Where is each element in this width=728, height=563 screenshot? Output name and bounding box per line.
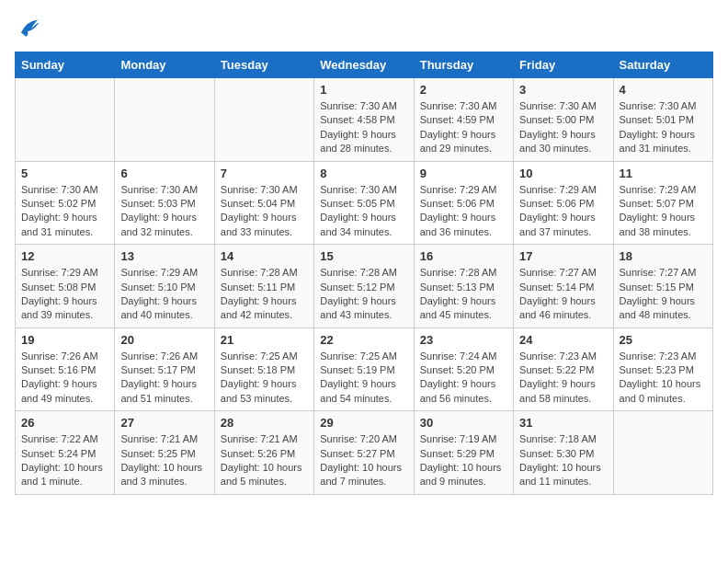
day-info: Sunrise: 7:30 AM Sunset: 5:01 PM Dayligh… bbox=[620, 99, 707, 156]
calendar-cell: 22Sunrise: 7:25 AM Sunset: 5:19 PM Dayli… bbox=[314, 327, 414, 411]
day-number: 22 bbox=[320, 333, 407, 347]
calendar-cell: 21Sunrise: 7:25 AM Sunset: 5:18 PM Dayli… bbox=[214, 327, 313, 411]
calendar-cell: 28Sunrise: 7:21 AM Sunset: 5:26 PM Dayli… bbox=[214, 411, 313, 495]
day-info: Sunrise: 7:28 AM Sunset: 5:11 PM Dayligh… bbox=[221, 266, 308, 323]
day-info: Sunrise: 7:21 AM Sunset: 5:25 PM Dayligh… bbox=[120, 432, 208, 489]
day-number: 24 bbox=[519, 333, 607, 347]
day-info: Sunrise: 7:18 AM Sunset: 5:30 PM Dayligh… bbox=[519, 432, 607, 489]
calendar-cell: 29Sunrise: 7:20 AM Sunset: 5:27 PM Dayli… bbox=[314, 411, 414, 495]
day-info: Sunrise: 7:24 AM Sunset: 5:20 PM Dayligh… bbox=[420, 350, 507, 407]
day-info: Sunrise: 7:29 AM Sunset: 5:06 PM Dayligh… bbox=[420, 183, 507, 240]
calendar-cell: 31Sunrise: 7:18 AM Sunset: 5:30 PM Dayli… bbox=[514, 411, 613, 495]
week-row-1: 1Sunrise: 7:30 AM Sunset: 4:58 PM Daylig… bbox=[16, 78, 713, 162]
weekday-header-wednesday: Wednesday bbox=[314, 52, 414, 78]
calendar-cell: 6Sunrise: 7:30 AM Sunset: 5:03 PM Daylig… bbox=[115, 161, 214, 245]
day-info: Sunrise: 7:29 AM Sunset: 5:08 PM Dayligh… bbox=[21, 266, 108, 323]
day-number: 23 bbox=[420, 333, 507, 347]
day-number: 25 bbox=[620, 333, 707, 347]
calendar-cell bbox=[16, 78, 115, 162]
calendar-cell: 20Sunrise: 7:26 AM Sunset: 5:17 PM Dayli… bbox=[115, 327, 214, 411]
calendar-cell: 14Sunrise: 7:28 AM Sunset: 5:11 PM Dayli… bbox=[214, 245, 313, 328]
day-number: 21 bbox=[221, 333, 308, 347]
day-info: Sunrise: 7:22 AM Sunset: 5:24 PM Dayligh… bbox=[21, 432, 108, 489]
calendar-cell: 23Sunrise: 7:24 AM Sunset: 5:20 PM Dayli… bbox=[414, 327, 513, 411]
calendar-cell: 10Sunrise: 7:29 AM Sunset: 5:06 PM Dayli… bbox=[514, 161, 613, 245]
calendar-cell: 19Sunrise: 7:26 AM Sunset: 5:16 PM Dayli… bbox=[16, 327, 115, 411]
calendar-cell: 24Sunrise: 7:23 AM Sunset: 5:22 PM Dayli… bbox=[514, 327, 613, 411]
day-info: Sunrise: 7:26 AM Sunset: 5:16 PM Dayligh… bbox=[21, 350, 108, 407]
day-number: 30 bbox=[420, 416, 507, 430]
day-number: 13 bbox=[120, 249, 208, 263]
day-info: Sunrise: 7:20 AM Sunset: 5:27 PM Dayligh… bbox=[320, 432, 407, 489]
day-info: Sunrise: 7:27 AM Sunset: 5:15 PM Dayligh… bbox=[620, 266, 707, 323]
day-number: 12 bbox=[21, 249, 108, 263]
calendar-cell: 5Sunrise: 7:30 AM Sunset: 5:02 PM Daylig… bbox=[16, 161, 115, 245]
calendar-cell: 2Sunrise: 7:30 AM Sunset: 4:59 PM Daylig… bbox=[414, 78, 513, 162]
calendar-cell: 9Sunrise: 7:29 AM Sunset: 5:06 PM Daylig… bbox=[414, 161, 513, 245]
day-info: Sunrise: 7:29 AM Sunset: 5:07 PM Dayligh… bbox=[620, 183, 707, 240]
calendar-cell bbox=[214, 78, 313, 162]
day-number: 10 bbox=[519, 167, 607, 180]
day-number: 9 bbox=[420, 167, 507, 180]
day-number: 29 bbox=[320, 416, 407, 430]
day-info: Sunrise: 7:30 AM Sunset: 4:58 PM Dayligh… bbox=[320, 99, 407, 156]
day-number: 20 bbox=[120, 333, 208, 347]
day-number: 19 bbox=[21, 333, 108, 347]
calendar-cell: 25Sunrise: 7:23 AM Sunset: 5:23 PM Dayli… bbox=[613, 327, 712, 411]
weekday-header-thursday: Thursday bbox=[414, 52, 513, 78]
calendar-cell: 13Sunrise: 7:29 AM Sunset: 5:10 PM Dayli… bbox=[115, 245, 214, 328]
day-info: Sunrise: 7:27 AM Sunset: 5:14 PM Dayligh… bbox=[519, 266, 607, 323]
day-number: 6 bbox=[120, 167, 208, 180]
day-info: Sunrise: 7:23 AM Sunset: 5:23 PM Dayligh… bbox=[620, 350, 707, 407]
day-info: Sunrise: 7:25 AM Sunset: 5:19 PM Dayligh… bbox=[320, 350, 407, 407]
day-number: 7 bbox=[221, 167, 308, 180]
day-info: Sunrise: 7:30 AM Sunset: 5:00 PM Dayligh… bbox=[519, 99, 607, 156]
day-info: Sunrise: 7:19 AM Sunset: 5:29 PM Dayligh… bbox=[420, 432, 507, 489]
calendar-cell: 26Sunrise: 7:22 AM Sunset: 5:24 PM Dayli… bbox=[16, 411, 115, 495]
day-number: 16 bbox=[420, 249, 507, 263]
week-row-5: 26Sunrise: 7:22 AM Sunset: 5:24 PM Dayli… bbox=[16, 411, 713, 495]
day-number: 31 bbox=[519, 416, 607, 430]
day-number: 11 bbox=[620, 167, 707, 180]
day-number: 8 bbox=[320, 167, 407, 180]
weekday-header-row: SundayMondayTuesdayWednesdayThursdayFrid… bbox=[16, 52, 713, 78]
day-number: 27 bbox=[120, 416, 208, 430]
weekday-header-sunday: Sunday bbox=[16, 52, 115, 78]
day-info: Sunrise: 7:29 AM Sunset: 5:06 PM Dayligh… bbox=[519, 183, 607, 240]
calendar-cell: 16Sunrise: 7:28 AM Sunset: 5:13 PM Dayli… bbox=[414, 245, 513, 328]
week-row-2: 5Sunrise: 7:30 AM Sunset: 5:02 PM Daylig… bbox=[16, 161, 713, 245]
calendar-cell: 4Sunrise: 7:30 AM Sunset: 5:01 PM Daylig… bbox=[613, 78, 712, 162]
day-number: 15 bbox=[320, 249, 407, 263]
calendar-cell: 11Sunrise: 7:29 AM Sunset: 5:07 PM Dayli… bbox=[613, 161, 712, 245]
calendar-cell: 1Sunrise: 7:30 AM Sunset: 4:58 PM Daylig… bbox=[314, 78, 414, 162]
calendar-cell: 12Sunrise: 7:29 AM Sunset: 5:08 PM Dayli… bbox=[16, 245, 115, 328]
calendar-table: SundayMondayTuesdayWednesdayThursdayFrid… bbox=[15, 52, 713, 495]
calendar-cell: 7Sunrise: 7:30 AM Sunset: 5:04 PM Daylig… bbox=[214, 161, 313, 245]
day-number: 28 bbox=[221, 416, 308, 430]
day-number: 1 bbox=[320, 83, 407, 97]
weekday-header-friday: Friday bbox=[514, 52, 613, 78]
weekday-header-monday: Monday bbox=[115, 52, 214, 78]
calendar-cell bbox=[613, 411, 712, 495]
calendar-cell bbox=[115, 78, 214, 162]
day-info: Sunrise: 7:28 AM Sunset: 5:13 PM Dayligh… bbox=[420, 266, 507, 323]
day-number: 14 bbox=[221, 249, 308, 263]
day-info: Sunrise: 7:30 AM Sunset: 5:04 PM Dayligh… bbox=[221, 183, 308, 240]
calendar-cell: 18Sunrise: 7:27 AM Sunset: 5:15 PM Dayli… bbox=[613, 245, 712, 328]
day-number: 3 bbox=[519, 83, 607, 97]
calendar-cell: 3Sunrise: 7:30 AM Sunset: 5:00 PM Daylig… bbox=[514, 78, 613, 162]
day-info: Sunrise: 7:23 AM Sunset: 5:22 PM Dayligh… bbox=[519, 350, 607, 407]
calendar-cell: 17Sunrise: 7:27 AM Sunset: 5:14 PM Dayli… bbox=[514, 245, 613, 328]
day-number: 18 bbox=[620, 249, 707, 263]
day-number: 5 bbox=[21, 167, 108, 180]
calendar-cell: 30Sunrise: 7:19 AM Sunset: 5:29 PM Dayli… bbox=[414, 411, 513, 495]
day-info: Sunrise: 7:29 AM Sunset: 5:10 PM Dayligh… bbox=[120, 266, 208, 323]
week-row-3: 12Sunrise: 7:29 AM Sunset: 5:08 PM Dayli… bbox=[16, 245, 713, 328]
day-info: Sunrise: 7:30 AM Sunset: 4:59 PM Dayligh… bbox=[420, 99, 507, 156]
day-number: 26 bbox=[21, 416, 108, 430]
weekday-header-saturday: Saturday bbox=[613, 52, 712, 78]
day-number: 2 bbox=[420, 83, 507, 97]
day-info: Sunrise: 7:30 AM Sunset: 5:03 PM Dayligh… bbox=[120, 183, 208, 240]
day-info: Sunrise: 7:26 AM Sunset: 5:17 PM Dayligh… bbox=[120, 350, 208, 407]
day-info: Sunrise: 7:28 AM Sunset: 5:12 PM Dayligh… bbox=[320, 266, 407, 323]
